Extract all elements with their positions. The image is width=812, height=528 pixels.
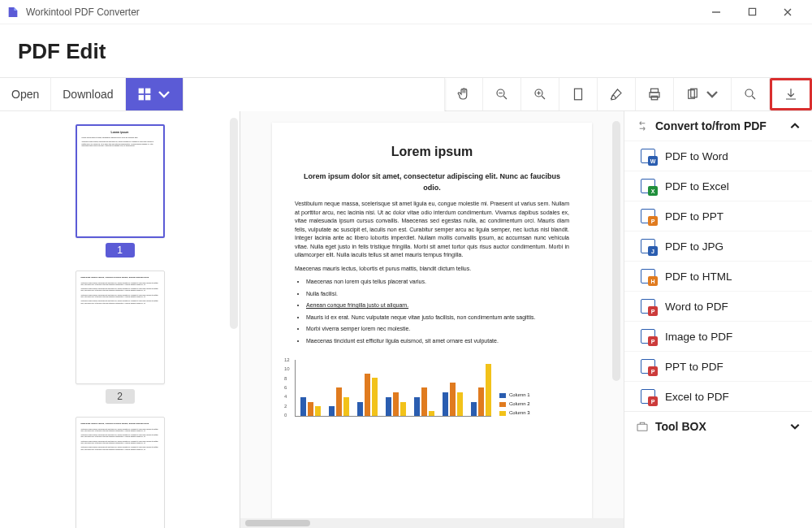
chart-bar: [421, 387, 427, 416]
app-title: Workintool PDF Converter: [26, 6, 140, 18]
chart-bar: [386, 397, 391, 416]
zoom-out-button[interactable]: [483, 78, 521, 110]
sign-button[interactable]: [598, 78, 636, 110]
svg-rect-1: [139, 89, 143, 93]
convert-option[interactable]: XPDF to Excel: [624, 171, 812, 201]
titlebar: Workintool PDF Converter: [0, 0, 812, 24]
window-minimize-button[interactable]: [698, 1, 734, 24]
convert-option-label: PDF to JPG: [665, 240, 723, 253]
chart-bar: [486, 364, 491, 416]
print-button[interactable]: [636, 78, 674, 110]
chevron-down-icon: [789, 421, 801, 432]
doc-paragraph: Maecenas mauris lectus, lobortis et puru…: [295, 265, 569, 274]
file-type-icon: P: [641, 299, 655, 314]
file-type-icon: W: [641, 149, 655, 163]
chart-bar: [300, 397, 306, 416]
convert-option-label: PPT to PDF: [665, 361, 723, 373]
chart-bar: [315, 406, 321, 416]
toolbox-icon: [636, 420, 649, 433]
chart-bar: [365, 374, 370, 417]
file-type-icon: J: [641, 239, 655, 253]
viewer-horizontal-scrollbar[interactable]: [240, 518, 624, 528]
thumbnail-page[interactable]: Maecenas mauris lectus, lobortis et puru…: [76, 417, 165, 528]
doc-lead: Lorem ipsum dolor sit amet, consectetur …: [295, 171, 569, 193]
window-close-button[interactable]: [770, 1, 806, 24]
doc-bullet-item: Maecenas non lorem quis tellus placerat …: [306, 278, 569, 287]
page-content: Lorem ipsum Lorem ipsum dolor sit amet, …: [272, 123, 592, 518]
convert-option-label: PDF to HTML: [665, 270, 732, 283]
svg-rect-4: [145, 96, 149, 100]
chart-bar: [372, 378, 378, 416]
chart-bar: [400, 402, 406, 417]
convert-section-header[interactable]: Convert to/from PDF: [624, 111, 812, 141]
convert-option-label: PDF to PPT: [665, 210, 723, 223]
convert-option-label: PDF to Word: [665, 150, 728, 162]
convert-option[interactable]: WPDF to Word: [624, 141, 812, 171]
doc-bullet-item: Nulla facilisi.: [306, 290, 569, 299]
svg-rect-8: [651, 89, 659, 93]
chart-bar: [343, 397, 349, 416]
chevron-down-icon: [157, 87, 171, 102]
chevron-up-icon: [789, 120, 801, 132]
chart-bar: [308, 402, 313, 417]
svg-rect-2: [145, 89, 149, 93]
svg-rect-7: [575, 89, 582, 100]
convert-option-label: Word to PDF: [665, 301, 728, 313]
doc-bullets: Maecenas non lorem quis tellus placerat …: [306, 278, 569, 345]
chart-bar: [336, 387, 342, 416]
doc-paragraph: Vestibulum neque massa, scelerisque sit …: [295, 200, 569, 260]
workspace: Lorem ipsumLorem ipsum dolor sit amet, c…: [0, 111, 812, 528]
thumbnails-view-button[interactable]: [126, 78, 184, 110]
viewer-vertical-scrollbar[interactable]: [612, 121, 620, 381]
file-type-icon: P: [641, 359, 655, 374]
search-button[interactable]: [732, 78, 770, 110]
thumbnail-label: 1: [106, 243, 135, 258]
chart-bar: [429, 411, 434, 416]
fit-page-button[interactable]: [559, 78, 598, 110]
convert-icon: [636, 119, 649, 132]
chart-bar: [450, 383, 456, 416]
toolbox-section-header[interactable]: Tool BOX: [624, 411, 812, 441]
rotate-button[interactable]: [674, 78, 732, 110]
zoom-in-button[interactable]: [521, 78, 559, 110]
doc-bullet-item: Maecenas tincidunt est efficitur ligula …: [306, 337, 569, 346]
open-button[interactable]: Open: [0, 78, 51, 110]
convert-option[interactable]: PPDF to PPT: [624, 201, 812, 231]
svg-rect-0: [749, 8, 755, 15]
svg-rect-14: [637, 424, 647, 431]
save-download-button[interactable]: [770, 78, 812, 110]
file-type-icon: H: [641, 269, 655, 283]
download-button[interactable]: Download: [51, 78, 125, 110]
svg-rect-3: [139, 96, 143, 100]
thumbnails-panel: Lorem ipsumLorem ipsum dolor sit amet, c…: [0, 111, 240, 528]
convert-option[interactable]: PExcel to PDF: [624, 381, 812, 411]
page-header: PDF Edit: [0, 24, 812, 77]
convert-option[interactable]: HPDF to HTML: [624, 261, 812, 291]
chart-bar: [329, 406, 335, 416]
thumbnail-page[interactable]: Lorem ipsumLorem ipsum dolor sit amet, c…: [76, 124, 165, 258]
bar-chart: 121086420: [295, 360, 491, 417]
convert-option[interactable]: PImage to PDF: [624, 321, 812, 351]
window-maximize-button[interactable]: [734, 1, 770, 24]
app-logo-icon: [6, 6, 19, 19]
side-panel: Convert to/from PDF WPDF to WordXPDF to …: [624, 111, 812, 528]
chart-bar: [393, 392, 399, 416]
doc-bullet-item: Morbi viverra semper lorem nec molestie.: [306, 325, 569, 334]
convert-option-label: Image to PDF: [665, 331, 732, 343]
pan-hand-button[interactable]: [445, 78, 483, 110]
convert-option-label: PDF to Excel: [665, 180, 729, 193]
file-type-icon: X: [641, 179, 655, 193]
legend-item: Column 3: [499, 409, 530, 417]
chart-bar: [443, 392, 448, 416]
doc-title: Lorem ipsum: [295, 142, 569, 162]
convert-option-label: Excel to PDF: [665, 391, 729, 403]
thumbnails-scrollbar[interactable]: [230, 118, 238, 329]
legend-item: Column 1: [499, 392, 530, 399]
convert-option[interactable]: JPDF to JPG: [624, 231, 812, 261]
toolbox-section-title: Tool BOX: [655, 420, 706, 433]
convert-option[interactable]: PWord to PDF: [624, 291, 812, 321]
thumbnail-page[interactable]: Maecenas mauris lectus, lobortis et puru…: [76, 270, 165, 404]
chart-bar: [414, 397, 420, 416]
convert-option[interactable]: PPPT to PDF: [624, 351, 812, 381]
chart-bar: [357, 402, 363, 417]
